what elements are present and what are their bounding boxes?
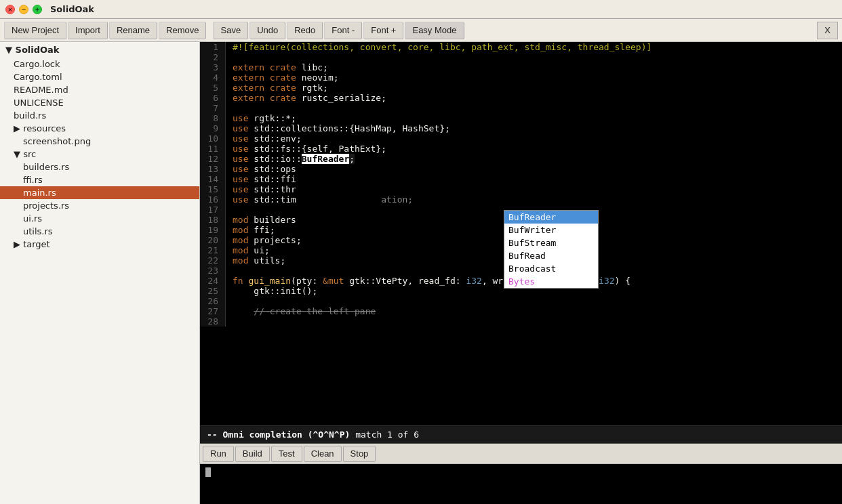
redo-button[interactable]: Redo	[287, 22, 323, 39]
code-line: 7	[200, 103, 842, 113]
code-line: 8 use rgtk::*;	[200, 113, 842, 123]
font-plus-button[interactable]: Font +	[363, 22, 403, 39]
maximize-window-button[interactable]: +	[33, 5, 42, 14]
autocomplete-item-bytes[interactable]: Bytes	[504, 275, 598, 288]
line-number: 19	[200, 225, 226, 235]
line-content: extern crate neovim;	[226, 72, 842, 83]
toolbar: New Project Import Rename Remove Save Un…	[0, 19, 842, 42]
sidebar-item-uirs[interactable]: ui.rs	[0, 212, 199, 225]
line-number: 13	[200, 164, 226, 174]
line-number: 7	[200, 103, 226, 113]
line-content	[226, 296, 842, 306]
build-button[interactable]: Build	[235, 446, 270, 462]
line-number: 20	[200, 235, 226, 245]
line-number: 4	[200, 72, 226, 83]
line-number: 14	[200, 174, 226, 184]
line-content: use std::collections::{HashMap, HashSet}…	[226, 123, 842, 133]
line-content: use std::thr	[226, 184, 842, 194]
code-line: 9 use std::collections::{HashMap, HashSe…	[200, 123, 842, 133]
clean-button[interactable]: Clean	[304, 446, 342, 462]
line-content	[226, 52, 842, 62]
titlebar: × − + SolidOak	[0, 0, 842, 19]
code-line: 6 extern crate rustc_serialize;	[200, 93, 842, 103]
autocomplete-item-broadcast[interactable]: Broadcast	[504, 262, 598, 275]
import-button[interactable]: Import	[68, 22, 108, 39]
autocomplete-item-bufread[interactable]: BufRead	[504, 249, 598, 262]
code-line: 14 use std::ffi	[200, 174, 842, 184]
line-content: use std::env;	[226, 133, 842, 144]
terminal-output[interactable]	[200, 464, 842, 504]
autocomplete-item-bufreader[interactable]: BufReader	[504, 211, 598, 224]
stop-button[interactable]: Stop	[343, 446, 376, 462]
close-window-button[interactable]: ×	[5, 5, 15, 14]
font-minus-button[interactable]: Font -	[324, 22, 362, 39]
line-content: #![feature(collections, convert, core, l…	[226, 42, 842, 52]
line-number: 28	[200, 316, 226, 327]
code-line: 13 use std::ops	[200, 164, 842, 174]
bottom-toolbar: Run Build Test Clean Stop	[200, 444, 842, 464]
bottom-panel: Run Build Test Clean Stop	[200, 443, 842, 504]
line-content	[226, 316, 842, 327]
line-content: extern crate libc;	[226, 62, 842, 72]
code-editor[interactable]: 1 #![feature(collections, convert, core,…	[200, 42, 842, 425]
minimize-window-button[interactable]: −	[19, 5, 28, 14]
code-line: 28	[200, 316, 842, 327]
rename-button[interactable]: Rename	[109, 22, 157, 39]
save-button[interactable]: Save	[213, 22, 248, 39]
remove-button[interactable]: Remove	[159, 22, 206, 39]
line-number: 12	[200, 154, 226, 164]
sidebar-item-readme[interactable]: README.md	[0, 83, 199, 96]
run-button[interactable]: Run	[203, 446, 234, 462]
line-number: 8	[200, 113, 226, 123]
code-line: 10 use std::env;	[200, 133, 842, 144]
line-content: use std::tim ation;	[226, 194, 842, 205]
sidebar-item-mainrs[interactable]: main.rs	[0, 186, 199, 199]
sidebar-item-cargo-toml[interactable]: Cargo.toml	[0, 70, 199, 83]
sidebar-root[interactable]: ▼ SolidOak	[0, 42, 199, 58]
undo-button[interactable]: Undo	[249, 22, 285, 39]
new-project-button[interactable]: New Project	[4, 22, 66, 39]
line-number: 18	[200, 215, 226, 225]
sidebar-item-screenshot[interactable]: screenshot.png	[0, 135, 199, 148]
sidebar-item-resources[interactable]: ▶ resources	[0, 122, 199, 135]
code-line: 15 use std::thr	[200, 184, 842, 194]
sidebar-item-cargo-lock[interactable]: Cargo.lock	[0, 58, 199, 70]
close-panel-button[interactable]: X	[817, 22, 838, 39]
line-number: 17	[200, 205, 226, 215]
sidebar-item-target[interactable]: ▶ target	[0, 238, 199, 251]
code-line: 2	[200, 52, 842, 62]
line-number: 3	[200, 62, 226, 72]
main-layout: ▼ SolidOak Cargo.lock Cargo.toml README.…	[0, 42, 842, 504]
code-line: 12 use std::io::BufReader;	[200, 154, 842, 164]
autocomplete-item-bufwriter[interactable]: BufWriter	[504, 224, 598, 236]
line-number: 16	[200, 194, 226, 205]
autocomplete-item-bufstream[interactable]: BufStream	[504, 236, 598, 249]
line-content: use std::fs::{self, PathExt};	[226, 144, 842, 154]
sidebar-item-buildrs[interactable]: build.rs	[0, 109, 199, 122]
code-line: 1 #![feature(collections, convert, core,…	[200, 42, 842, 52]
code-line: 26	[200, 296, 842, 306]
line-content: use std::ffi	[226, 174, 842, 184]
terminal-cursor	[205, 467, 211, 477]
sidebar-item-buildersrs[interactable]: builders.rs	[0, 161, 199, 173]
code-line: 11 use std::fs::{self, PathExt};	[200, 144, 842, 154]
status-text: -- Omni completion (^O^N^P)	[207, 429, 350, 440]
sidebar-item-unlicense[interactable]: UNLICENSE	[0, 96, 199, 109]
easy-mode-button[interactable]: Easy Mode	[405, 22, 464, 39]
line-number: 9	[200, 123, 226, 133]
line-number: 24	[200, 276, 226, 286]
status-match: match 1 of 6	[350, 429, 419, 440]
test-button[interactable]: Test	[271, 446, 302, 462]
line-content: use std::ops	[226, 164, 842, 174]
sidebar-item-utilsrs[interactable]: utils.rs	[0, 225, 199, 238]
sidebar-item-ffirs[interactable]: ffi.rs	[0, 173, 199, 186]
sidebar-item-projectsrs[interactable]: projects.rs	[0, 199, 199, 212]
line-content: extern crate rgtk;	[226, 83, 842, 93]
line-number: 21	[200, 245, 226, 255]
line-number: 23	[200, 266, 226, 276]
code-line: 27 // create the left pane	[200, 306, 842, 316]
line-content: extern crate rustc_serialize;	[226, 93, 842, 103]
autocomplete-dropdown[interactable]: BufReader BufWriter BufStream BufRead Br…	[504, 210, 599, 289]
sidebar-item-src[interactable]: ▼ src	[0, 148, 199, 161]
line-number: 25	[200, 286, 226, 296]
